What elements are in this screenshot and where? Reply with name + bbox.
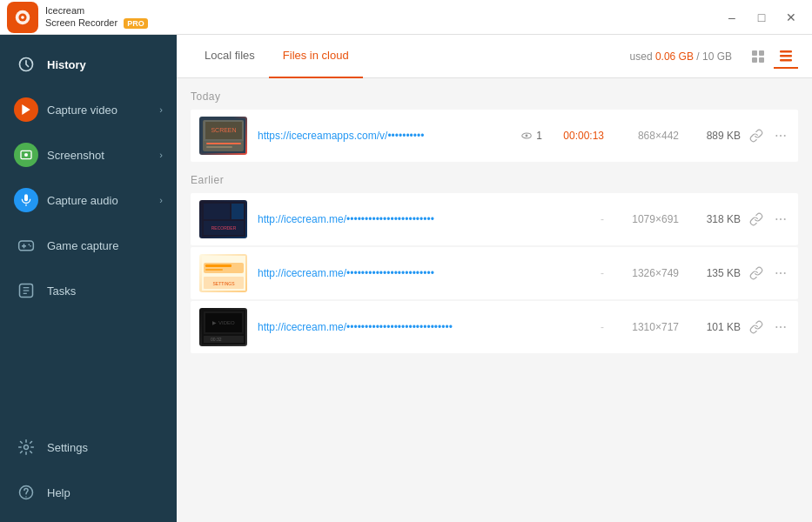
svg-point-2 [21, 16, 24, 19]
svg-point-44 [775, 218, 777, 220]
file-size: 135 KB [693, 267, 741, 279]
file-dimensions: 1310×717 [618, 321, 679, 333]
list-view-button[interactable] [774, 44, 798, 69]
file-dash: - [601, 213, 604, 225]
svg-point-53 [775, 272, 777, 274]
svg-rect-28 [202, 118, 245, 153]
file-size: 101 KB [693, 321, 741, 333]
svg-point-13 [30, 245, 31, 247]
more-options-button[interactable] [772, 211, 789, 228]
app-icon [7, 2, 38, 33]
copy-link-button[interactable] [748, 264, 765, 282]
sidebar-history-label: History [47, 58, 86, 71]
svg-text:▶ VIDEO: ▶ VIDEO [212, 320, 235, 325]
tab-local-files[interactable]: Local files [191, 35, 269, 78]
capture-video-icon [14, 97, 38, 122]
more-options-button[interactable] [772, 127, 789, 144]
close-button[interactable]: ✕ [777, 3, 805, 31]
svg-point-6 [24, 153, 28, 157]
app-title-text: Icecream Screen Recorder PRO [45, 4, 148, 30]
sidebar-item-capture-video[interactable]: Capture video › [0, 87, 177, 132]
file-url[interactable]: https://icecreamapps.com/v/•••••••••• [258, 130, 510, 142]
more-options-button[interactable] [772, 264, 789, 282]
maximize-button[interactable]: □ [748, 3, 775, 31]
file-url[interactable]: http://icecream.me/•••••••••••••••••••••… [258, 267, 590, 279]
sidebar-capture-audio-label: Capture audio [47, 194, 118, 207]
capture-audio-chevron: › [159, 195, 163, 205]
screenshot-icon [14, 143, 38, 167]
sidebar-nav: History Capture video › [0, 35, 177, 425]
svg-text:00:32: 00:32 [211, 337, 222, 342]
svg-rect-41 [232, 204, 244, 219]
file-thumbnail: ▶ VIDEO 00:32 [199, 308, 247, 346]
file-thumbnail: SCREEN [199, 117, 247, 155]
table-row: RECORDER http://icecream.me/••••••••••••… [191, 193, 798, 245]
table-row: SETTINGS http://icecream.me/••••••••••••… [191, 247, 798, 299]
copy-link-button[interactable] [748, 127, 765, 144]
file-duration: 00:00:13 [556, 130, 604, 142]
svg-rect-50 [205, 269, 223, 271]
svg-rect-22 [759, 50, 764, 56]
sidebar-item-help[interactable]: Help [0, 470, 177, 515]
file-dimensions: 868×442 [618, 130, 679, 142]
tab-files-in-cloud[interactable]: Files in cloud [269, 35, 363, 78]
storage-used: 0.06 GB [655, 50, 694, 63]
svg-rect-7 [24, 194, 28, 201]
svg-rect-48 [204, 263, 244, 273]
svg-point-54 [780, 272, 782, 274]
grid-view-button[interactable] [746, 44, 770, 69]
svg-rect-25 [780, 50, 792, 53]
file-actions [748, 318, 789, 336]
svg-marker-4 [22, 104, 30, 115]
sidebar-item-screenshot[interactable]: Screenshot › [0, 132, 177, 177]
file-actions [748, 264, 789, 282]
eye-icon [520, 130, 533, 142]
view-toggles [746, 44, 798, 69]
main-layout: History Capture video › [0, 35, 812, 522]
sidebar: History Capture video › [0, 35, 177, 522]
storage-info: used 0.06 GB / 10 GB [630, 50, 732, 63]
sidebar-settings-label: Settings [47, 441, 88, 454]
sidebar-tasks-label: Tasks [47, 284, 76, 298]
more-options-button[interactable] [772, 318, 789, 336]
section-earlier-label: Earlier [191, 174, 798, 186]
copy-link-button[interactable] [748, 211, 765, 228]
sidebar-item-game-capture[interactable]: Game capture [0, 223, 177, 268]
svg-point-36 [775, 135, 777, 137]
storage-prefix: used [630, 50, 655, 63]
file-meta: - 1326×749 135 KB [601, 267, 741, 279]
file-meta: - 1310×717 101 KB [601, 321, 741, 333]
svg-rect-60 [204, 336, 244, 343]
sidebar-item-history[interactable]: History [0, 42, 177, 87]
copy-link-button[interactable] [748, 318, 765, 336]
help-icon-wrapper [14, 480, 38, 505]
file-dash: - [601, 267, 604, 279]
file-views: 1 [520, 130, 542, 142]
app-name-line1: Icecream [45, 5, 84, 16]
sidebar-item-capture-audio[interactable]: Capture audio › [0, 177, 177, 223]
svg-point-46 [784, 218, 786, 220]
sidebar-item-settings[interactable]: Settings [0, 425, 177, 470]
svg-rect-24 [759, 57, 764, 63]
capture-video-chevron: › [159, 104, 163, 115]
svg-rect-30 [205, 122, 242, 139]
window-controls: – □ ✕ [718, 3, 805, 31]
sidebar-item-tasks[interactable]: Tasks [0, 268, 177, 313]
sidebar-screenshot-label: Screenshot [47, 149, 104, 162]
file-url[interactable]: http://icecream.me/•••••••••••••••••••••… [258, 321, 590, 333]
storage-total: 10 GB [702, 50, 732, 63]
file-thumbnail: SETTINGS [199, 254, 247, 292]
file-dimensions: 1079×691 [618, 213, 679, 225]
svg-point-64 [784, 326, 786, 328]
file-meta: 1 00:00:13 868×442 889 KB [520, 130, 741, 142]
table-row: SCREEN https://icecreamapps.com/v/••••••… [191, 110, 798, 162]
file-actions [748, 211, 789, 228]
minimize-button[interactable]: – [718, 3, 746, 31]
svg-point-37 [780, 135, 782, 137]
svg-rect-33 [206, 146, 232, 148]
file-url[interactable]: http://icecream.me/•••••••••••••••••••••… [258, 213, 590, 225]
pro-badge: PRO [124, 18, 148, 29]
svg-point-12 [29, 244, 30, 245]
storage-separator: / [694, 50, 702, 63]
file-thumbnail: RECORDER [199, 200, 247, 238]
